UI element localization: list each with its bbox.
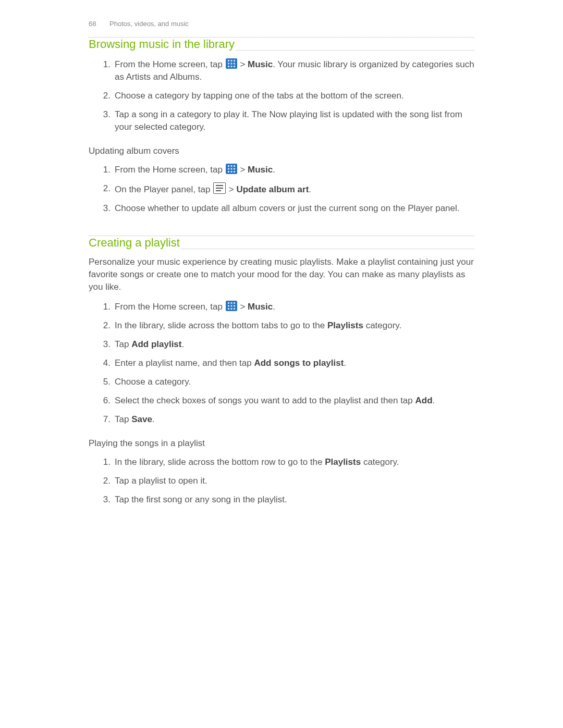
step-number: 3. — [98, 202, 111, 215]
step-text: Choose whether to update all album cover… — [115, 203, 460, 213]
ordered-list: 1. From the Home screen, tap > Music. 2.… — [89, 301, 474, 426]
step-number: 3. — [98, 108, 111, 121]
ui-label-bold: Update album art — [236, 184, 309, 194]
svg-rect-14 — [234, 168, 235, 170]
step-text: Tap — [115, 339, 131, 349]
chapter-title: Photos, videos, and music — [109, 20, 189, 28]
svg-rect-24 — [228, 308, 229, 310]
list-item: 4. Enter a playlist name, and then tap A… — [89, 357, 474, 369]
svg-rect-21 — [228, 305, 229, 307]
page-number: 68 — [89, 20, 96, 28]
list-item: 5. Choose a category. — [89, 376, 474, 388]
list-item: 2. On the Player panel, tap > Update alb… — [89, 182, 474, 196]
ordered-list: 1. In the library, slide across the bott… — [89, 456, 474, 506]
step-text: . — [344, 358, 346, 368]
step-text: Tap the first song or any song in the pl… — [115, 495, 287, 504]
svg-rect-26 — [234, 308, 235, 310]
step-number: 1. — [98, 58, 111, 71]
step-text: In the library, slide across the bottom … — [115, 320, 327, 330]
all-apps-icon — [226, 164, 237, 174]
svg-rect-25 — [230, 308, 232, 310]
list-item: 6. Select the check boxes of songs you w… — [89, 394, 474, 407]
step-text: . — [433, 396, 435, 405]
separator-text: > — [240, 59, 248, 69]
separator-text: > — [240, 302, 248, 312]
step-number: 1. — [98, 301, 111, 313]
svg-rect-9 — [228, 165, 229, 167]
step-number: 3. — [98, 493, 111, 506]
document-page: 68 Photos, videos, and music Browsing mu… — [0, 0, 563, 728]
svg-rect-18 — [228, 302, 229, 304]
svg-rect-6 — [228, 66, 229, 67]
step-number: 2. — [98, 90, 111, 102]
ordered-list: 1. From the Home screen, tap > Music. 2.… — [89, 164, 474, 215]
sub-heading: Playing the songs in a playlist — [89, 438, 474, 449]
svg-rect-20 — [234, 302, 235, 304]
svg-rect-0 — [228, 60, 229, 61]
svg-rect-5 — [234, 63, 235, 65]
ui-label-bold: Music — [248, 59, 273, 69]
list-item: 1. From the Home screen, tap > Music. — [89, 164, 474, 176]
svg-rect-13 — [230, 168, 232, 170]
step-text: Select the check boxes of songs you want… — [115, 396, 415, 405]
list-item: 7. Tap Save. — [89, 413, 474, 426]
step-number: 5. — [98, 376, 111, 388]
svg-rect-19 — [230, 302, 232, 304]
svg-rect-16 — [230, 171, 232, 172]
step-number: 1. — [98, 456, 111, 468]
section-heading: Creating a playlist — [89, 236, 474, 250]
paragraph: Personalize your music experience by cre… — [89, 256, 474, 293]
separator-text: > — [229, 184, 237, 194]
step-text: . — [273, 165, 275, 175]
ui-label-bold: Music — [248, 165, 273, 175]
list-item: 2. Tap a playlist to open it. — [89, 475, 474, 487]
section-title-text: Browsing music in the library — [89, 38, 236, 51]
ui-label-bold: Add — [415, 396, 432, 405]
step-text: In the library, slide across the bottom … — [115, 457, 325, 467]
ui-label-bold: Save — [131, 414, 152, 424]
step-text: . — [273, 302, 275, 312]
step-number: 4. — [98, 357, 111, 369]
list-item: 3. Tap the first song or any song in the… — [89, 493, 474, 506]
svg-rect-10 — [230, 165, 232, 167]
ui-label-bold: Add songs to playlist — [254, 358, 344, 368]
svg-rect-11 — [234, 165, 235, 167]
svg-rect-15 — [228, 171, 229, 172]
svg-rect-7 — [230, 66, 232, 67]
step-text: From the Home screen, tap — [115, 302, 225, 312]
step-number: 3. — [98, 338, 111, 351]
list-item: 2. In the library, slide across the bott… — [89, 319, 474, 332]
svg-rect-1 — [230, 60, 232, 61]
svg-rect-8 — [234, 66, 235, 67]
step-number: 2. — [98, 319, 111, 332]
svg-rect-12 — [228, 168, 229, 170]
svg-rect-3 — [228, 63, 229, 65]
running-header: 68 Photos, videos, and music — [89, 20, 474, 28]
all-apps-icon — [226, 301, 237, 311]
step-text: Tap a song in a category to play it. The… — [115, 109, 462, 132]
step-text: Tap — [115, 414, 131, 424]
step-text: Tap a playlist to open it. — [115, 476, 207, 486]
list-item: 1. In the library, slide across the bott… — [89, 456, 474, 468]
section-heading: Browsing music in the library — [89, 38, 474, 51]
step-text: From the Home screen, tap — [115, 165, 225, 175]
svg-rect-2 — [234, 60, 235, 61]
step-text: Choose a category by tapping one of the … — [115, 91, 404, 101]
ui-label-bold: Music — [248, 302, 273, 312]
all-apps-icon — [226, 58, 237, 69]
ui-label-bold: Playlists — [325, 457, 361, 467]
step-text: category. — [361, 457, 399, 467]
svg-rect-23 — [234, 305, 235, 307]
step-text: From the Home screen, tap — [115, 59, 225, 69]
step-number: 6. — [98, 394, 111, 407]
step-text: category. — [363, 320, 401, 330]
list-item: 1. From the Home screen, tap > Music. Yo… — [89, 58, 474, 83]
ui-label-bold: Add playlist — [131, 339, 181, 349]
section-title-text: Creating a playlist — [89, 236, 181, 250]
step-text: . — [309, 184, 311, 194]
step-text: Choose a category. — [115, 377, 191, 387]
list-item: 2. Choose a category by tapping one of t… — [89, 90, 474, 102]
step-text: On the Player panel, tap — [115, 184, 213, 194]
ui-label-bold: Playlists — [327, 320, 363, 330]
separator-text: > — [240, 165, 248, 175]
